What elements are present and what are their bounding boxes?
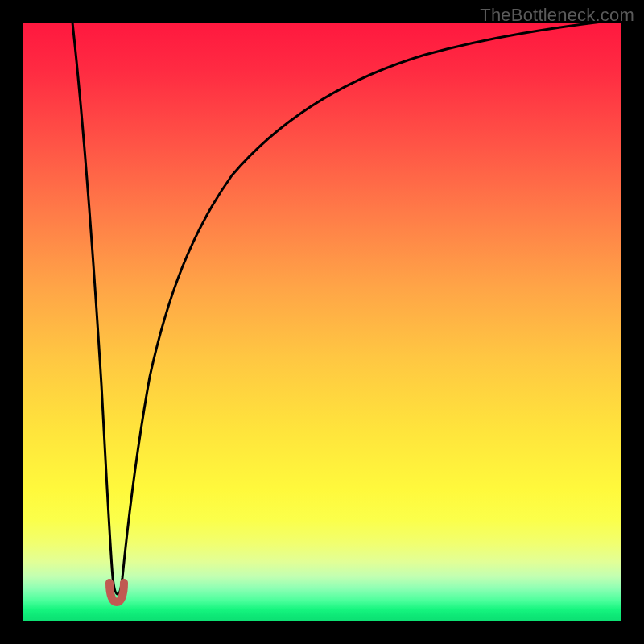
disparity-curve	[72, 23, 621, 594]
chart-frame: TheBottleneck.com	[0, 0, 644, 644]
watermark-text: TheBottleneck.com	[480, 5, 634, 26]
curve-layer	[23, 23, 621, 621]
plot-area	[23, 23, 621, 621]
